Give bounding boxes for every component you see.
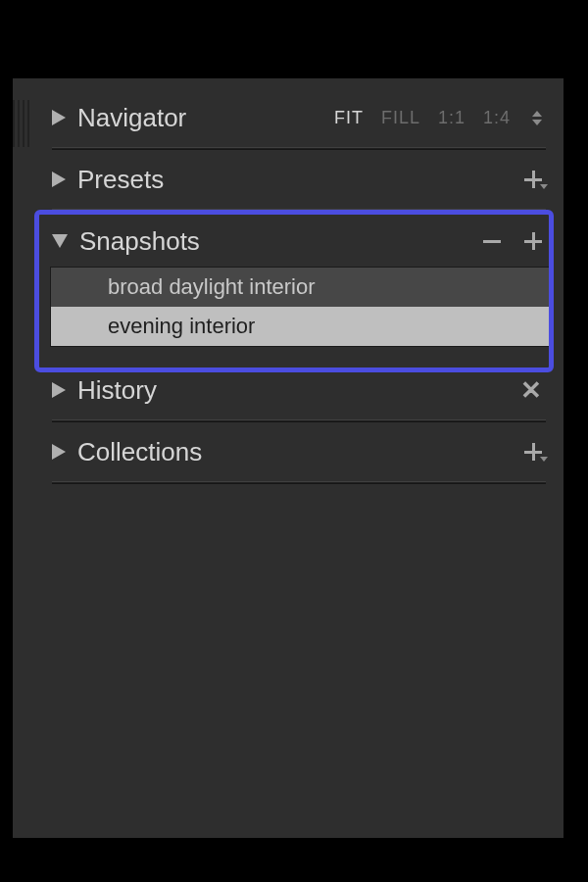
navigator-zoom-options: FIT FILL 1:1 1:4 (334, 108, 542, 128)
collections-header[interactable]: Collections (52, 428, 546, 475)
panel-divider (52, 481, 546, 484)
history-title: History (77, 375, 157, 406)
snapshots-title: Snapshots (79, 226, 200, 257)
zoom-1-1[interactable]: 1:1 (438, 108, 466, 128)
zoom-fill[interactable]: FILL (381, 108, 420, 128)
panel-divider (52, 147, 546, 150)
collections-title: Collections (77, 437, 202, 467)
snapshots-panel: Snapshots broad daylight interior evenin… (52, 216, 546, 347)
navigator-header[interactable]: Navigator FIT FILL 1:1 1:4 (52, 94, 546, 141)
add-collection-button[interactable] (524, 443, 542, 461)
remove-snapshot-button[interactable] (483, 240, 501, 243)
add-preset-button[interactable] (524, 171, 542, 188)
zoom-fit[interactable]: FIT (334, 108, 364, 128)
add-snapshot-button[interactable] (524, 232, 542, 250)
snapshot-item[interactable]: broad daylight interior (51, 268, 550, 307)
snapshot-item[interactable]: evening interior (51, 307, 550, 346)
presets-title: Presets (77, 165, 164, 195)
navigator-title: Navigator (77, 103, 186, 133)
presets-header[interactable]: Presets (52, 156, 546, 203)
panel-stack: Navigator FIT FILL 1:1 1:4 Presets (52, 92, 546, 488)
zoom-stepper-icon[interactable] (532, 111, 542, 125)
disclosure-triangle-icon (52, 172, 66, 187)
panel-divider (52, 419, 546, 422)
snapshot-label: broad daylight interior (108, 274, 316, 300)
disclosure-triangle-icon (52, 444, 66, 460)
snapshot-label: evening interior (108, 314, 255, 339)
navigator-panel: Navigator FIT FILL 1:1 1:4 (52, 92, 546, 150)
disclosure-triangle-icon (52, 110, 66, 125)
history-header[interactable]: History ✕ (52, 367, 546, 414)
clear-history-button[interactable]: ✕ (520, 377, 542, 403)
snapshots-list: broad daylight interior evening interior (50, 267, 550, 347)
collections-panel: Collections (52, 426, 546, 484)
panel-divider (52, 209, 546, 212)
panel-resize-grip[interactable] (13, 100, 32, 147)
disclosure-triangle-icon (52, 382, 66, 398)
disclosure-triangle-icon (52, 234, 68, 248)
history-panel: History ✕ (52, 365, 546, 422)
snapshots-header[interactable]: Snapshots (52, 218, 546, 265)
presets-panel: Presets (52, 154, 546, 212)
zoom-1-4[interactable]: 1:4 (483, 108, 511, 128)
left-panel-container: Navigator FIT FILL 1:1 1:4 Presets (13, 78, 564, 838)
